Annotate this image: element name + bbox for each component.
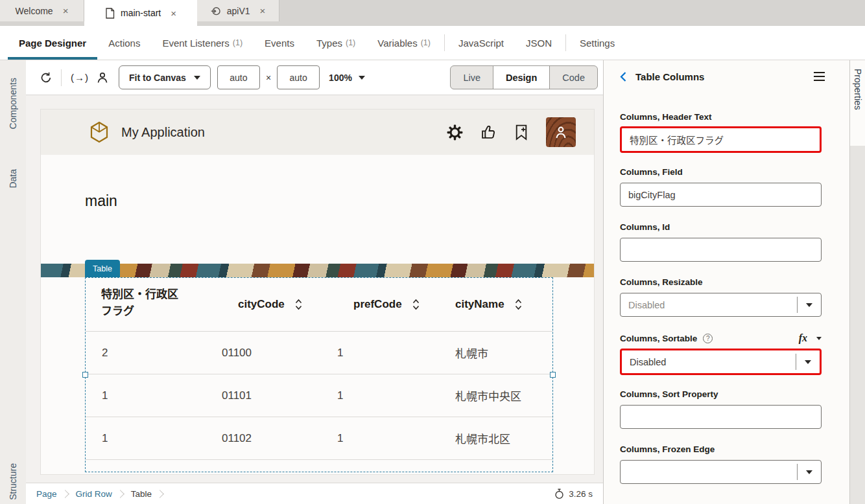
user-avatar[interactable] [546,117,576,147]
viewport-select[interactable]: Fit to Canvas [119,65,211,89]
canvas-height-input[interactable] [277,65,320,89]
field-label: Columns, Header Text [620,112,822,122]
nav-json[interactable]: JSON [515,26,563,60]
chevron-down-icon [359,76,365,80]
chevron-down-icon [806,470,812,474]
sort-property-input[interactable] [620,405,822,429]
nav-javascript[interactable]: JavaScript [447,26,515,60]
close-icon[interactable]: × [171,8,176,19]
resizable-select[interactable]: Disabled [620,293,822,317]
page-heading[interactable]: main [85,192,117,210]
column-header-prefcode[interactable]: prefCode [318,298,433,311]
structure-breadcrumb-bar: Page Grid Row Table 3.26 s [26,483,603,504]
sortable-select[interactable]: Disabled [620,349,822,375]
field-input[interactable] [620,183,822,207]
mode-switcher: Live Design Code [450,65,598,89]
nav-types[interactable]: Types(1) [305,26,366,60]
render-timer: 3.26 s [554,488,593,499]
selection-handle-right[interactable] [550,372,556,378]
toolbar-divider [61,69,62,86]
menu-icon[interactable] [814,72,825,81]
column-header-citycode[interactable]: cityCode [202,298,318,311]
app-title: My Application [121,125,205,140]
chevron-down-icon [194,76,200,80]
tab-main-start-label: main-start [121,8,161,18]
table-row-clipped [86,460,552,472]
service-connection-icon [211,6,221,16]
close-icon[interactable]: × [63,5,69,16]
column-header-bigcityflag[interactable]: 特別区・行政区フラグ [86,278,202,331]
table-row[interactable]: 1 01101 1 札幌市中央区 [86,374,552,417]
properties-panel: Table Columns Columns, Header Text Colum… [603,60,849,504]
design-canvas: My Application [26,95,603,483]
sort-icon[interactable] [412,298,420,311]
thumbs-up-icon[interactable] [480,124,497,141]
sort-icon[interactable] [294,298,303,311]
gear-icon[interactable] [447,124,463,141]
field-label: Columns, Frozen Edge [620,444,822,454]
nav-variables[interactable]: Variables(1) [366,26,442,60]
input-parameters-icon[interactable]: (→) [71,72,89,83]
mode-live-button[interactable]: Live [451,66,493,89]
mode-code-button[interactable]: Code [550,66,597,89]
designer-nav: Page Designer Actions Event Listeners(1)… [0,26,865,60]
rail-tab-components[interactable]: Components [0,78,26,129]
tab-main-start[interactable]: main-start × [84,0,197,26]
bookmark-add-icon[interactable] [514,124,528,141]
chevron-down-icon [805,360,811,364]
canvas-width-input[interactable] [217,65,260,89]
field-label: Columns, Id [620,222,822,232]
breadcrumb-grid-row[interactable]: Grid Row [76,489,112,499]
nav-divider [444,34,445,51]
nav-actions[interactable]: Actions [97,26,151,60]
window-tab-bar: Welcome × main-start × apiV1 × [0,0,865,26]
fx-expression-button[interactable]: fx [799,332,807,344]
frozen-edge-select[interactable] [620,460,822,484]
table-row[interactable]: 2 01100 1 札幌市 [86,332,552,374]
right-rail: Properties [849,60,865,504]
dimension-separator: × [266,73,271,83]
chevron-down-icon[interactable] [816,337,822,340]
field-label: Columns, Sortable ? fx [620,332,822,344]
nav-event-listeners[interactable]: Event Listeners(1) [151,26,254,60]
back-chevron-icon[interactable] [619,71,627,82]
id-input[interactable] [620,238,822,262]
properties-panel-header: Table Columns [604,60,849,93]
properties-fields: Columns, Header Text Columns, Field Colu… [604,93,849,484]
tab-welcome-label: Welcome [16,6,53,16]
rail-tab-properties[interactable]: Properties [850,60,865,146]
selection-handle-left[interactable] [82,372,88,378]
chevron-right-icon [61,490,69,498]
table-component[interactable]: 特別区・行政区フラグ cityCode prefCode cityName [85,277,553,472]
canvas-page[interactable]: My Application [40,109,595,475]
app-header[interactable]: My Application [41,109,594,155]
field-label: Columns, Field [620,167,822,177]
nav-settings[interactable]: Settings [569,26,626,60]
breadcrumb-page[interactable]: Page [36,489,57,499]
table-row[interactable]: 1 01102 1 札幌市北区 [86,417,552,460]
sort-icon[interactable] [514,298,523,311]
breadcrumb-table[interactable]: Table [131,489,152,499]
header-text-input[interactable] [620,126,822,153]
mode-design-button[interactable]: Design [493,66,550,89]
chevron-down-icon [806,303,812,307]
help-icon[interactable]: ? [703,334,713,343]
close-icon[interactable]: × [260,5,266,16]
zoom-select[interactable]: 100% [329,73,365,83]
rail-tab-data[interactable]: Data [0,169,26,189]
properties-panel-title: Table Columns [635,71,704,82]
user-role-icon[interactable] [93,68,112,87]
chevron-right-icon [156,490,164,498]
rail-tab-structure[interactable]: Structure [0,463,26,500]
app-header-actions [447,117,576,147]
column-header-cityname[interactable]: cityName [433,298,552,311]
app-logo-icon [89,121,110,143]
tab-apiv1[interactable]: apiV1 × [197,0,279,21]
tab-welcome[interactable]: Welcome × [0,0,84,21]
nav-page-designer[interactable]: Page Designer [8,26,97,60]
nav-events[interactable]: Events [254,26,305,60]
refresh-icon[interactable] [36,68,56,87]
table-header-row: 特別区・行政区フラグ cityCode prefCode cityName [86,278,552,332]
stopwatch-icon [554,488,564,499]
table-selection-badge[interactable]: Table [85,260,120,277]
